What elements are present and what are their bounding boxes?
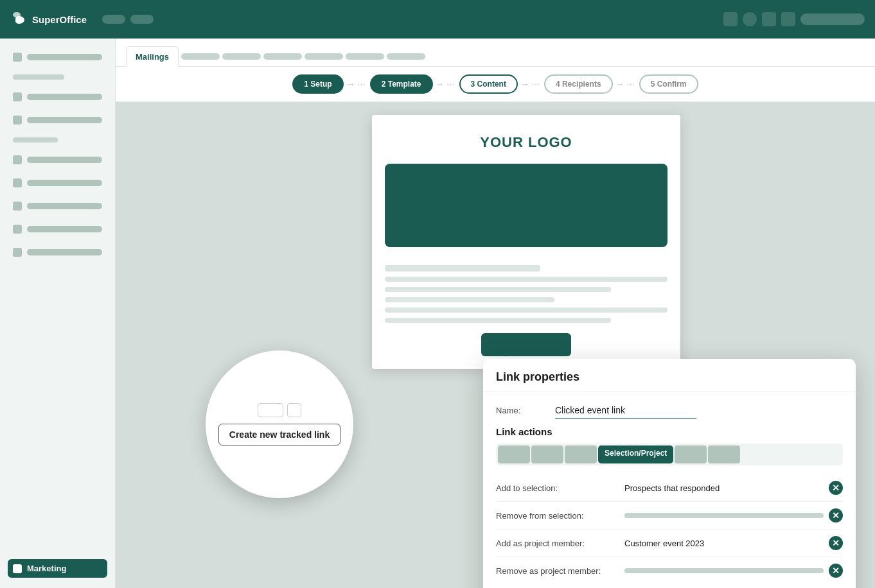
link-actions-title: Link actions (496, 426, 843, 437)
remove-selection-value (624, 513, 824, 518)
sidebar: Marketing (0, 39, 116, 588)
step-arrow-3: →··· (520, 79, 542, 89)
add-project-label: Add as project member: (496, 539, 624, 548)
sidebar-item-5-icon (13, 178, 22, 187)
wizard-step-1: 1 Setup (292, 74, 343, 94)
name-input[interactable] (555, 402, 696, 419)
topbar-btn-3[interactable] (762, 12, 776, 26)
tracked-link-small-btn-2[interactable] (287, 403, 301, 417)
tab-mailings[interactable]: Mailings (126, 46, 179, 67)
sidebar-item-7-icon (13, 225, 22, 234)
step-arrow-4: →··· (615, 79, 637, 89)
tab-pill-5[interactable] (305, 53, 343, 60)
link-tab-selection-project[interactable]: Selection/Project (598, 445, 673, 463)
dialog-body: Name: Link actions Selection/Project (483, 392, 856, 588)
step-1-button[interactable]: 1 Setup (292, 74, 343, 94)
tab-pill-6[interactable] (346, 53, 384, 60)
step-5-button[interactable]: 5 Confirm (639, 74, 698, 94)
sidebar-item-6-icon (13, 202, 22, 211)
sidebar-item-1[interactable] (8, 49, 107, 65)
email-logo: YOUR LOGO (385, 134, 667, 151)
remove-project-remove-btn[interactable]: ✕ (829, 564, 843, 578)
tracked-link-small-btn-1[interactable] (258, 403, 283, 417)
step-3-button[interactable]: 3 Content (459, 74, 518, 94)
step-arrow-2: →··· (436, 79, 457, 89)
email-line-1 (385, 265, 540, 272)
sidebar-item-2-icon (13, 92, 22, 101)
sidebar-item-1-icon (13, 53, 22, 62)
action-row-remove-selection: Remove from selection: ✕ (496, 502, 843, 530)
sidebar-item-2-label (27, 94, 102, 100)
sidebar-item-4-label (27, 157, 102, 163)
app-logo: SuperOffice (10, 12, 87, 26)
email-line-6 (385, 318, 611, 323)
topbar-pill-1 (102, 15, 125, 24)
dialog-title: Link properties (496, 370, 843, 384)
tab-pill-2[interactable] (181, 53, 220, 60)
wizard-step-2: 2 Template (370, 74, 433, 94)
tab-pill-3[interactable] (222, 53, 261, 60)
add-project-remove-btn[interactable]: ✕ (829, 536, 843, 550)
email-preview: YOUR LOGO (372, 115, 680, 369)
add-project-value: Customer event 2023 (624, 539, 824, 548)
sidebar-item-8[interactable] (8, 244, 107, 261)
dialog-header: Link properties (483, 359, 856, 392)
step-4-button[interactable]: 4 Recipients (544, 74, 613, 94)
email-header: YOUR LOGO (372, 115, 680, 164)
topbar-btn-2[interactable] (743, 12, 757, 26)
email-cta-button (481, 333, 571, 356)
tracked-link-inner: Create new tracked link (218, 403, 340, 445)
email-hero-image (385, 164, 667, 247)
link-tab-3[interactable] (565, 445, 597, 463)
topbar-btn-4[interactable] (781, 12, 795, 26)
wizard-steps: 1 Setup →··· 2 Template →··· 3 Content →… (116, 67, 875, 102)
wizard-step-5: 5 Confirm (639, 74, 698, 94)
sidebar-item-7-label (27, 226, 102, 232)
sidebar-item-8-label (27, 249, 102, 255)
sidebar-item-8-icon (13, 248, 22, 257)
sidebar-item-2[interactable] (8, 89, 107, 105)
link-action-tabs: Selection/Project (496, 444, 843, 465)
sidebar-item-marketing[interactable]: Marketing (8, 559, 107, 578)
sidebar-placeholder-1 (13, 74, 64, 80)
tab-pill-4[interactable] (263, 53, 302, 60)
action-row-remove-project: Remove as project member: ✕ (496, 557, 843, 584)
sidebar-item-5[interactable] (8, 175, 107, 191)
remove-selection-label: Remove from selection: (496, 511, 624, 521)
main-content: Mailings 1 Setup →··· 2 Template →··· 3 (116, 39, 875, 588)
tab-pill-7[interactable] (387, 53, 425, 60)
link-tab-2[interactable] (531, 445, 563, 463)
email-line-2 (385, 277, 667, 282)
step-2-button[interactable]: 2 Template (370, 74, 433, 94)
email-line-4 (385, 297, 554, 302)
link-tab-1[interactable] (498, 445, 530, 463)
add-selection-label: Add to selection: (496, 483, 624, 493)
sidebar-marketing-label: Marketing (27, 564, 66, 573)
step-arrow-1: →··· (346, 79, 367, 89)
sidebar-item-4[interactable] (8, 151, 107, 168)
name-field-row: Name: (496, 402, 843, 419)
topbar-controls (102, 15, 154, 24)
sidebar-item-6[interactable] (8, 198, 107, 214)
name-label: Name: (496, 406, 547, 415)
sidebar-item-6-label (27, 203, 102, 209)
wizard-step-3: 3 Content (459, 74, 518, 94)
remove-selection-remove-btn[interactable]: ✕ (829, 508, 843, 523)
sidebar-item-1-label (27, 54, 102, 60)
link-tab-5[interactable] (675, 445, 707, 463)
content-area: YOUR LOGO (116, 102, 875, 588)
topbar-btn-1[interactable] (723, 12, 738, 26)
add-selection-value: Prospects that responded (624, 483, 824, 493)
action-row-add-project: Add as project member: Customer event 20… (496, 530, 843, 557)
link-tab-6[interactable] (708, 445, 740, 463)
create-tracked-link-button[interactable]: Create new tracked link (218, 424, 340, 445)
add-selection-remove-btn[interactable]: ✕ (829, 481, 843, 495)
topbar-pill-2 (130, 15, 154, 24)
sidebar-item-3-icon (13, 116, 22, 125)
sidebar-item-4-icon (13, 155, 22, 164)
email-cta-row (385, 333, 667, 356)
remove-project-label: Remove as project member: (496, 566, 624, 576)
sidebar-item-3[interactable] (8, 112, 107, 128)
tabs-bar: Mailings (116, 39, 875, 67)
sidebar-item-7[interactable] (8, 221, 107, 238)
